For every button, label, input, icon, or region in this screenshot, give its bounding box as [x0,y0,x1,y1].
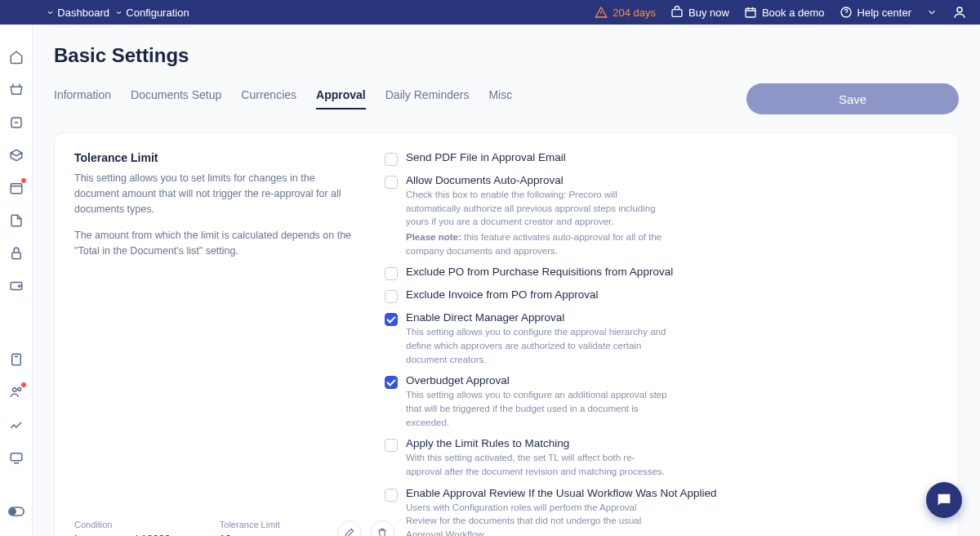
settings-card: Tolerance Limit This setting allows you … [54,132,959,536]
chart-icon[interactable] [8,417,24,433]
notification-dot [21,382,26,387]
desc-auto-approval-2: Please note: this feature activates auto… [406,230,667,257]
toggle-icon[interactable] [8,503,24,520]
tab-currencies[interactable]: Currencies [241,88,296,109]
tolerance-header: Tolerance Limit [220,520,280,529]
chevron-down-icon[interactable] [926,7,938,18]
home-icon[interactable] [8,49,24,65]
top-bar: Dashboard Configuration 204 days Buy now… [0,0,980,25]
svg-point-14 [957,7,962,12]
tolerance-para1: This setting allows you to set limits fo… [74,171,352,217]
cart-icon[interactable] [8,82,24,98]
monitor-icon[interactable] [8,449,24,466]
calculator-icon[interactable] [8,351,24,368]
page-title: Basic Settings [54,44,959,67]
checkbox-exclude-po[interactable] [385,267,398,280]
left-nav-rail [0,0,33,536]
checkbox-exclude-invoice[interactable] [385,290,398,303]
approval-options: Send PDF File in Approval Email Allow Do… [385,151,938,499]
help-center-link[interactable]: Help center [840,6,911,19]
breadcrumb-dashboard[interactable]: Dashboard [49,7,109,19]
label-direct-manager: Enable Direct Manager Approval [406,311,667,324]
tolerance-description: Tolerance Limit This setting allows you … [74,151,352,499]
help-center-label: Help center [858,7,911,19]
label-overbudget: Overbudget Approval [406,374,667,386]
trial-days-text: 204 days [612,7,656,19]
users-icon[interactable] [8,384,24,400]
tolerance-table-row: Condition Less or equal 10000 Tolerance … [74,520,938,536]
svg-rect-1 [11,184,22,194]
checkbox-send-pdf[interactable] [385,153,398,166]
svg-rect-11 [672,10,682,17]
desc-overbudget: This setting allows you to configure an … [406,388,667,429]
label-exclude-invoice: Exclude Invoice from PO from Approval [406,288,599,301]
condition-header: Condition [74,520,171,529]
svg-rect-8 [11,453,22,461]
svg-rect-12 [746,8,755,17]
label-send-pdf: Send PDF File in Approval Email [406,151,566,163]
delete-row-button[interactable] [370,520,394,536]
calendar-icon[interactable] [8,180,24,196]
main-content: Basic Settings Information Documents Set… [33,25,980,536]
user-avatar-icon[interactable] [952,5,967,20]
buy-now-link[interactable]: Buy now [670,6,729,19]
svg-point-6 [12,388,16,392]
tolerance-heading: Tolerance Limit [74,151,352,164]
notification-dot [21,178,26,183]
label-limit-rules: Apply the Limit Rules to Matching [406,437,667,449]
label-approval-review: Enable Approval Review If the Usual Work… [406,487,716,499]
tolerance-para2: The amount from which the limit is calcu… [74,228,352,259]
desc-limit-rules: With this setting activated, the set TL … [406,451,667,478]
wallet-icon[interactable] [8,278,24,294]
checkbox-overbudget[interactable] [385,376,398,389]
desc-auto-approval-1: Check this box to enable the following: … [406,188,667,229]
box-icon[interactable] [8,147,24,163]
label-exclude-po: Exclude PO from Purchase Requisitions fr… [406,266,673,278]
trial-warning[interactable]: 204 days [595,6,656,19]
svg-point-10 [10,509,16,515]
tab-daily-reminders[interactable]: Daily Reminders [385,88,470,109]
tab-information[interactable]: Information [54,88,111,109]
checkbox-direct-manager[interactable] [385,313,398,326]
tab-documents-setup[interactable]: Documents Setup [131,88,221,109]
desc-direct-manager: This setting allows you to configure the… [406,325,667,366]
condition-value: Less or equal 10000 [74,533,171,536]
chat-widget-button[interactable] [926,482,962,518]
tab-misc[interactable]: Misc [488,88,512,109]
tab-row: Information Documents Setup Currencies A… [54,83,959,114]
buy-now-label: Buy now [688,7,729,19]
svg-rect-2 [11,252,20,259]
lock-icon[interactable] [8,245,24,261]
book-demo-label: Book a demo [762,7,825,19]
label-auto-approval: Allow Documents Auto-Approval [406,174,667,186]
svg-point-7 [17,387,20,391]
save-button[interactable]: Save [746,83,959,114]
tolerance-value: 10 [220,533,280,536]
checkbox-limit-rules[interactable] [385,439,398,452]
book-demo-link[interactable]: Book a demo [744,6,825,19]
document-icon[interactable] [8,212,24,229]
request-icon[interactable] [8,114,24,131]
checkbox-auto-approval[interactable] [385,176,398,189]
tab-approval[interactable]: Approval [316,88,366,109]
svg-point-4 [18,285,20,287]
breadcrumb-configuration[interactable]: Configuration [118,7,189,19]
checkbox-approval-review[interactable] [385,489,398,502]
edit-row-button[interactable] [337,520,362,536]
